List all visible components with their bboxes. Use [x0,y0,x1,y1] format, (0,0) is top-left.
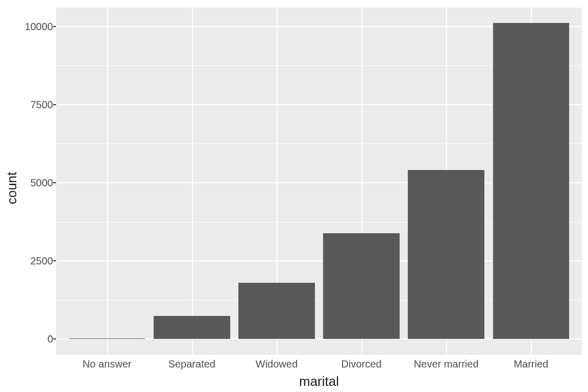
y-tick-label: 10000 [7,20,53,32]
y-tick [53,260,56,261]
y-tick-label: 7500 [7,99,53,110]
bar-never-married [408,170,484,339]
x-tick-label: Widowed [256,358,298,370]
y-tick-label: 0 [7,333,53,345]
bar-divorced [323,233,400,339]
y-tick [53,338,56,339]
y-tick [53,182,56,183]
y-tick-label: 2500 [7,255,53,267]
y-tick [53,26,56,27]
bar-no-answer [69,338,145,339]
bar-separated [154,316,230,339]
gridline-vertical [192,8,193,355]
y-axis-label: count [4,156,20,188]
gridline-vertical [107,8,108,355]
bar-married [493,23,570,339]
x-tick-label: Separated [168,358,215,370]
chart-container: 025005000750010000 No answerSeparatedWid… [0,0,588,392]
plot-panel [56,8,582,355]
y-tick [53,104,56,105]
x-tick-label: Married [513,358,548,370]
x-tick-label: Never married [414,358,479,370]
x-axis-label: marital [56,374,582,389]
bar-widowed [238,283,315,339]
x-tick-label: Divorced [341,358,382,370]
x-tick-label: No answer [83,358,132,370]
